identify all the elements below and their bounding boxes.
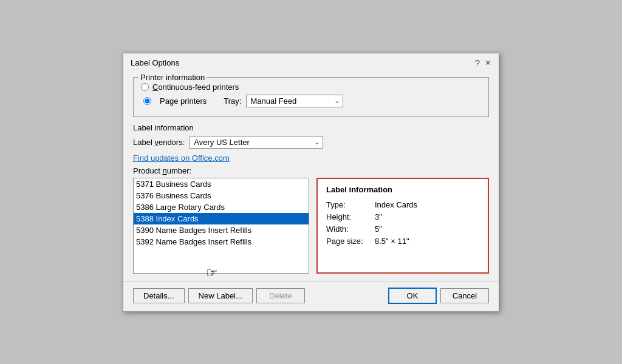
delete-button[interactable]: Delete	[256, 288, 305, 303]
title-bar: Label Options ? ✕	[123, 53, 499, 71]
width-key: Width:	[326, 224, 375, 234]
product-list[interactable]: 5371 Business Cards 5376 Business Cards …	[133, 178, 309, 274]
page-printer-label: Page printers	[160, 96, 207, 106]
height-key: Height:	[326, 212, 375, 221]
list-item[interactable]: 5390 Name Badges Insert Refills	[134, 224, 309, 236]
label-info-box: Label information Type: Index Cards Heig…	[316, 178, 489, 274]
list-item[interactable]: 5386 Large Rotary Cards	[134, 201, 309, 213]
dialog-content: Printer information Continuous-feed prin…	[123, 71, 499, 281]
vendor-select[interactable]: Avery US Letter Avery A4/A5 Other	[190, 136, 323, 149]
width-row: Width: 5"	[326, 224, 479, 234]
new-label-button[interactable]: New Label...	[188, 288, 253, 303]
width-val: 5"	[375, 224, 382, 234]
page-size-val: 8.5" × 11"	[375, 237, 409, 246]
label-info-section: Label information Label vendors: Avery U…	[133, 123, 489, 149]
product-list-container: 5371 Business Cards 5376 Business Cards …	[133, 178, 309, 274]
vendor-select-wrapper: Avery US Letter Avery A4/A5 Other	[190, 136, 323, 149]
continuous-feed-radio[interactable]	[141, 83, 149, 91]
tray-select-wrapper: Manual Feed Default Tray Tray 1 Tray 2	[246, 95, 343, 107]
height-val: 3"	[375, 212, 382, 221]
product-number-label: Product number:	[133, 166, 489, 175]
vendor-row: Label vendors: Avery US Letter Avery A4/…	[133, 136, 489, 149]
page-size-key: Page size:	[326, 237, 375, 246]
type-val: Index Cards	[375, 200, 417, 209]
label-info-section-title: Label information	[133, 123, 489, 132]
vendor-label: Label vendors:	[133, 138, 185, 147]
page-printer-radio[interactable]	[143, 97, 151, 105]
dialog-title: Label Options	[131, 58, 179, 67]
tray-select[interactable]: Manual Feed Default Tray Tray 1 Tray 2	[246, 95, 343, 107]
close-icon[interactable]: ✕	[485, 59, 491, 67]
ok-button[interactable]: OK	[388, 288, 437, 304]
list-item[interactable]: 5392 Name Badges Insert Refills	[134, 236, 309, 248]
label-info-title: Label information	[326, 185, 479, 194]
continuous-feed-row: Continuous-feed printers	[141, 83, 481, 92]
tray-label: Tray:	[224, 96, 241, 106]
height-row: Height: 3"	[326, 212, 479, 221]
title-bar-controls: ? ✕	[475, 58, 491, 67]
help-icon[interactable]: ?	[475, 58, 480, 67]
list-item[interactable]: 5376 Business Cards	[134, 190, 309, 201]
page-printer-row: Page printers Tray: Manual Feed Default …	[143, 95, 481, 107]
list-item-selected[interactable]: 5388 Index Cards	[134, 213, 309, 224]
printer-section-label: Printer information	[138, 73, 207, 82]
button-row: Details... New Label... Delete OK Cancel	[123, 281, 499, 311]
list-item[interactable]: 5371 Business Cards	[134, 178, 309, 190]
printer-info-group: Printer information Continuous-feed prin…	[133, 77, 489, 117]
bottom-area: 5371 Business Cards 5376 Business Cards …	[133, 178, 489, 274]
details-button[interactable]: Details...	[133, 288, 185, 303]
type-key: Type:	[326, 200, 375, 209]
label-options-dialog: Label Options ? ✕ Printer information Co…	[123, 53, 499, 312]
continuous-feed-label: Continuous-feed printers	[152, 83, 239, 92]
cancel-button[interactable]: Cancel	[440, 288, 489, 303]
type-row: Type: Index Cards	[326, 200, 479, 209]
find-updates-link[interactable]: Find updates on Office.com	[133, 153, 489, 163]
page-size-row: Page size: 8.5" × 11"	[326, 237, 479, 246]
